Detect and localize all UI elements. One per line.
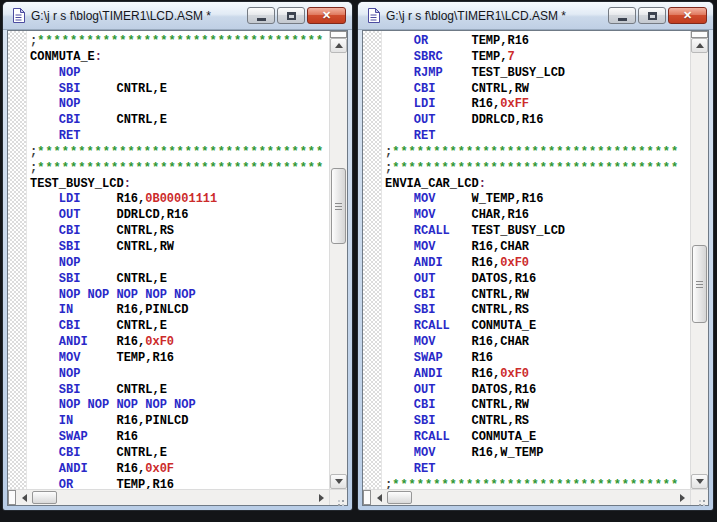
code-line: ANDI R16,0x0F	[30, 462, 329, 478]
document-icon	[12, 8, 25, 23]
code-line: NOP NOP NOP NOP NOP	[30, 398, 329, 414]
close-icon: ✕	[683, 10, 692, 21]
maximize-icon	[648, 12, 657, 20]
arrow-down-icon	[696, 479, 704, 484]
code-line: ;***********************************	[385, 145, 690, 161]
code-line: CONMUTA_E:	[30, 50, 329, 66]
horizontal-scrollbar[interactable]	[363, 489, 708, 505]
scroll-down-button[interactable]	[691, 474, 708, 489]
horizontal-scroll-thumb[interactable]	[32, 491, 57, 504]
maximize-button[interactable]	[638, 7, 666, 24]
code-line: IN R16,PINLCD	[30, 303, 329, 319]
code-line: ;***********************************	[30, 161, 329, 177]
code-line: MOV CHAR,R16	[385, 208, 690, 224]
code-line: NOP	[30, 367, 329, 383]
code-editor[interactable]: ;***********************************CONM…	[27, 31, 329, 489]
code-line: SBI CNTRL,RS	[385, 414, 690, 430]
splitter-box[interactable]	[691, 31, 708, 38]
code-line: MOV W_TEMP,R16	[385, 192, 690, 208]
scroll-down-button[interactable]	[330, 474, 347, 489]
horizontal-scroll-track[interactable]	[32, 490, 313, 505]
code-line: SBRC TEMP,7	[385, 50, 690, 66]
scroll-left-button[interactable]	[16, 490, 32, 505]
code-line: RCALL CONMUTA_E	[385, 430, 690, 446]
scroll-up-button[interactable]	[330, 38, 347, 53]
resize-grip[interactable]	[690, 490, 708, 505]
maximize-icon	[287, 12, 296, 20]
code-line: RJMP TEST_BUSY_LCD	[385, 66, 690, 82]
vertical-scroll-thumb[interactable]	[331, 168, 346, 244]
code-line: ;***********************************	[385, 478, 690, 489]
code-line: SBI CNTRL,E	[30, 383, 329, 399]
resize-grip[interactable]	[329, 490, 347, 505]
code-line: MOV TEMP,R16	[30, 351, 329, 367]
close-button[interactable]: ✕	[668, 7, 707, 24]
editor-content: OR TEMP,R16 SBRC TEMP,7 RJMP TEST_BUSY_L…	[362, 30, 709, 506]
scroll-right-button[interactable]	[674, 490, 690, 505]
editor-window-right: G:\j r s f\blog\TIMER1\LCD.ASM * ✕ OR TE…	[357, 1, 714, 511]
scroll-right-button[interactable]	[313, 490, 329, 505]
code-line: ;***********************************	[30, 145, 329, 161]
horizontal-scrollbar[interactable]	[8, 489, 347, 505]
code-line: TEST_BUSY_LCD:	[30, 177, 329, 193]
vertical-scrollbar[interactable]	[329, 31, 347, 489]
horizontal-scroll-thumb[interactable]	[387, 491, 412, 504]
gutter	[363, 31, 382, 489]
close-button[interactable]: ✕	[307, 7, 346, 24]
code-line: LDI R16,0xFF	[385, 97, 690, 113]
code-line: CBI CNTRL,RS	[30, 224, 329, 240]
thumb-grip-icon	[696, 281, 703, 288]
gutter	[8, 31, 27, 489]
thumb-grip-icon	[335, 203, 342, 210]
editor-window-left: G:\j r s f\blog\TIMER1\LCD.ASM * ✕ ;****…	[2, 1, 353, 511]
title-bar[interactable]: G:\j r s f\blog\TIMER1\LCD.ASM * ✕	[358, 2, 713, 30]
code-line: NOP	[30, 97, 329, 113]
code-line: OUT DDRLCD,R16	[30, 208, 329, 224]
vertical-scrollbar[interactable]	[690, 31, 708, 489]
horizontal-scroll-track[interactable]	[387, 490, 674, 505]
code-line: OUT DATOS,R16	[385, 272, 690, 288]
code-line: ANDI R16,0xF0	[385, 367, 690, 383]
close-icon: ✕	[322, 10, 331, 21]
code-line: OUT DDRLCD,R16	[385, 113, 690, 129]
code-line: NOP NOP NOP NOP NOP	[30, 288, 329, 304]
code-line: LDI R16,0B00001111	[30, 192, 329, 208]
code-line: CBI CNTRL,E	[30, 446, 329, 462]
code-line: SWAP R16	[385, 351, 690, 367]
window-title: G:\j r s f\blog\TIMER1\LCD.ASM *	[386, 9, 604, 23]
maximize-button[interactable]	[277, 7, 305, 24]
code-editor[interactable]: OR TEMP,R16 SBRC TEMP,7 RJMP TEST_BUSY_L…	[382, 31, 690, 489]
splitter-box[interactable]	[363, 490, 371, 505]
code-line: IN R16,PINLCD	[30, 414, 329, 430]
splitter-box[interactable]	[8, 490, 16, 505]
scroll-left-button[interactable]	[371, 490, 387, 505]
minimize-icon	[618, 18, 627, 21]
code-line: MOV R16,W_TEMP	[385, 446, 690, 462]
splitter-box[interactable]	[330, 31, 347, 38]
arrow-down-icon	[335, 479, 343, 484]
code-line: CBI CNTRL,RW	[385, 82, 690, 98]
minimize-button[interactable]	[608, 7, 636, 24]
scroll-up-button[interactable]	[691, 38, 708, 53]
title-bar[interactable]: G:\j r s f\blog\TIMER1\LCD.ASM * ✕	[3, 2, 352, 30]
minimize-icon	[257, 18, 266, 21]
vertical-scroll-track[interactable]	[330, 53, 347, 474]
code-line: RET	[30, 129, 329, 145]
arrow-right-icon	[319, 494, 324, 502]
code-line: ANDI R16,0xF0	[30, 335, 329, 351]
code-line: SWAP R16	[30, 430, 329, 446]
code-line: RET	[385, 129, 690, 145]
code-line: CBI CNTRL,E	[30, 113, 329, 129]
vertical-scroll-thumb[interactable]	[692, 245, 707, 323]
vertical-scroll-track[interactable]	[691, 53, 708, 474]
code-line: NOP	[30, 256, 329, 272]
code-line: SBI CNTRL,E	[30, 82, 329, 98]
editor-content: ;***********************************CONM…	[7, 30, 348, 506]
document-icon	[367, 8, 380, 23]
code-line: CBI CNTRL,RW	[385, 288, 690, 304]
code-line: MOV R16,CHAR	[385, 240, 690, 256]
code-line: RCALL TEST_BUSY_LCD	[385, 224, 690, 240]
code-line: MOV R16,CHAR	[385, 335, 690, 351]
code-line: SBI CNTRL,RW	[30, 240, 329, 256]
minimize-button[interactable]	[247, 7, 275, 24]
